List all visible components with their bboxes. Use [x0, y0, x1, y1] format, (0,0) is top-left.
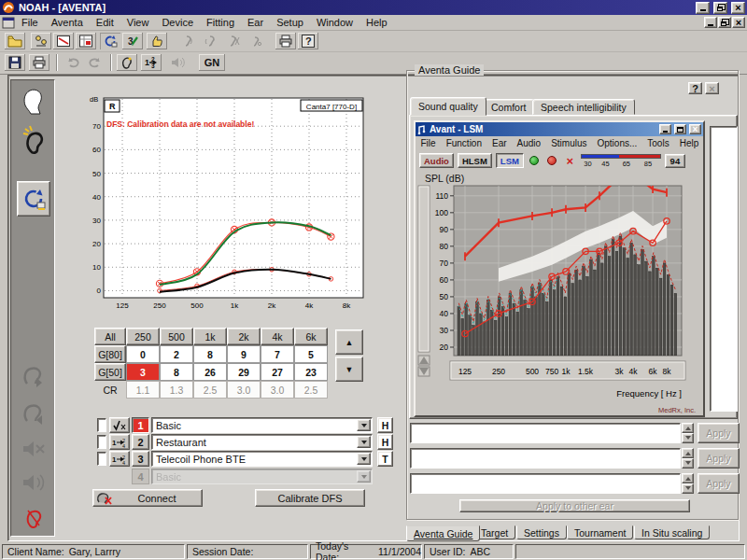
avant-menu-help[interactable]: Help	[674, 138, 704, 148]
col-header-2k[interactable]: 2k	[227, 328, 261, 345]
apply-button-1[interactable]: Apply	[698, 423, 740, 443]
col-header-500[interactable]: 500	[160, 328, 193, 345]
manual-program-icon[interactable]	[109, 417, 130, 433]
menu-item-file[interactable]: File	[15, 16, 45, 29]
menu-item-ear[interactable]: Ear	[241, 16, 270, 29]
spin-down-3[interactable]	[682, 483, 694, 494]
g80-250[interactable]: 0	[126, 345, 160, 363]
col-header-1k[interactable]: 1k	[193, 328, 227, 345]
avant-maximize-button[interactable]	[674, 124, 686, 134]
fitting-module-button[interactable]	[17, 181, 50, 217]
btab-in-situ-scaling[interactable]: In Situ scaling	[634, 525, 710, 539]
avant-menu-stimulus[interactable]: Stimulus	[546, 138, 592, 148]
g80-2k[interactable]: 9	[227, 345, 261, 363]
tab-speech-intelligibility[interactable]: Speech intelligibility	[532, 99, 635, 115]
level-slider[interactable]: 30 45 65 85	[581, 152, 661, 169]
session-edit-icon[interactable]: 3	[121, 32, 144, 50]
col-header-6k[interactable]: 6k	[294, 328, 328, 345]
program-2-flag[interactable]	[97, 435, 106, 449]
apply-other-ear-button[interactable]: Apply to other ear	[459, 499, 690, 512]
g80-500[interactable]: 2	[160, 345, 193, 363]
program-3-dropdown-icon[interactable]	[357, 453, 371, 465]
program-1-side-button[interactable]: H	[377, 417, 393, 433]
program-1-dropdown-icon[interactable]	[357, 419, 371, 431]
spin-down-2[interactable]	[682, 458, 694, 469]
spin-down-1[interactable]	[682, 433, 694, 443]
g50-1k[interactable]: 26	[193, 363, 227, 381]
program-3-combo[interactable]: Telecoil Phone BTE	[151, 451, 373, 467]
suggestion-box-3[interactable]	[410, 473, 681, 494]
guide-help-button[interactable]: ?	[688, 82, 702, 94]
menu-item-help[interactable]: Help	[359, 16, 394, 29]
module-selection-icon[interactable]	[99, 32, 121, 50]
avant-menu-options[interactable]: Options...	[592, 138, 642, 148]
mdi-minimize-button[interactable]	[704, 17, 717, 28]
menu-item-setup[interactable]: Setup	[270, 16, 310, 29]
audio-mode-button[interactable]: Audio	[419, 153, 454, 168]
open-folder-icon[interactable]	[4, 32, 26, 50]
apply-button-3[interactable]: Apply	[698, 473, 740, 494]
avant-menu-file[interactable]: File	[416, 138, 441, 148]
menu-item-fitting[interactable]: Fitting	[200, 16, 241, 29]
g80-1k[interactable]: 8	[193, 345, 227, 363]
program-1-number[interactable]: 1	[132, 417, 149, 433]
col-header-4k[interactable]: 4k	[261, 328, 294, 345]
g50-4k[interactable]: 27	[261, 363, 294, 381]
audiogram-icon[interactable]	[52, 32, 75, 50]
guide-close-button[interactable]: ×	[705, 82, 719, 94]
start-icon[interactable]	[528, 154, 542, 168]
g50-500[interactable]: 8	[160, 363, 193, 381]
in-situ-ear-icon[interactable]	[17, 502, 50, 534]
auto-program-icon-3[interactable]: 124	[109, 451, 130, 467]
ear-selection-icon[interactable]	[17, 125, 50, 157]
row-header-g50[interactable]: G[50]	[94, 363, 126, 381]
client-manager-icon[interactable]	[30, 32, 52, 50]
record-icon[interactable]	[545, 154, 559, 168]
program-transfer-icon[interactable]: 123	[140, 53, 162, 72]
avant-close-button[interactable]: ×	[689, 124, 701, 134]
program-3-flag[interactable]	[97, 452, 106, 466]
hearing-aid-program-icon[interactable]	[116, 53, 138, 72]
row-header-g80[interactable]: G[80]	[94, 345, 126, 363]
btab-settings[interactable]: Settings	[516, 525, 567, 539]
col-header-all[interactable]: All	[94, 328, 126, 345]
spin-up-1[interactable]	[682, 423, 694, 433]
mdi-system-menu-icon[interactable]	[2, 17, 15, 29]
avant-menu-function[interactable]: Function	[441, 138, 486, 148]
print-2-icon[interactable]	[28, 53, 50, 72]
program-3-side-button[interactable]: T	[377, 451, 393, 467]
gn-button[interactable]: GN	[198, 53, 226, 72]
program-2-dropdown-icon[interactable]	[357, 436, 371, 448]
print-icon[interactable]	[275, 32, 297, 50]
client-head-icon[interactable]	[17, 86, 50, 118]
g80-4k[interactable]: 7	[261, 345, 294, 363]
avant-menu-audio[interactable]: Audio	[512, 138, 546, 148]
menu-item-edit[interactable]: Edit	[90, 16, 120, 29]
journal-icon[interactable]	[75, 32, 97, 50]
menu-item-aventa[interactable]: Aventa	[45, 16, 90, 29]
spin-up-3[interactable]	[682, 473, 694, 483]
avant-minimize-button[interactable]	[659, 124, 671, 134]
guide-scroll-listbox[interactable]	[710, 126, 738, 412]
hlsm-mode-button[interactable]: HLSM	[458, 153, 492, 168]
lsm-mode-button[interactable]: LSM	[496, 153, 524, 168]
auto-program-icon-2[interactable]: 124	[109, 434, 130, 450]
save-icon[interactable]	[4, 53, 26, 72]
program-1-combo[interactable]: Basic	[151, 417, 373, 433]
avant-menu-tools[interactable]: Tools	[642, 138, 674, 148]
btab-aventa-guide[interactable]: Aventa Guide	[406, 525, 480, 541]
gain-up-button[interactable]: ▲	[335, 329, 363, 355]
minimize-button[interactable]	[696, 2, 710, 14]
fitting-approve-icon[interactable]	[146, 32, 168, 50]
g50-6k[interactable]: 23	[294, 363, 328, 381]
connect-button[interactable]: Connect	[92, 489, 203, 507]
gain-down-button[interactable]: ▼	[335, 357, 363, 382]
close-button[interactable]: ×	[731, 2, 745, 14]
g50-2k[interactable]: 29	[227, 363, 261, 381]
mdi-restore-button[interactable]	[718, 17, 731, 28]
g50-250-selected[interactable]: 3	[126, 363, 160, 381]
suggestion-box-2[interactable]	[410, 448, 681, 469]
menu-item-view[interactable]: View	[120, 16, 156, 29]
menu-item-window[interactable]: Window	[310, 16, 359, 29]
stop-icon[interactable]: ×	[563, 154, 577, 168]
